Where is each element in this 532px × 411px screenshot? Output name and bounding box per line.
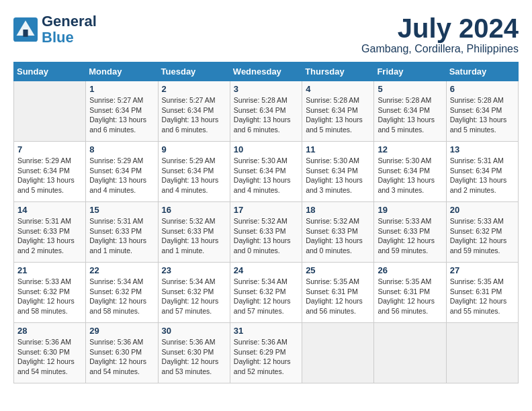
calendar-cell: 27Sunrise: 5:35 AM Sunset: 6:31 PM Dayli…	[446, 263, 518, 323]
weekday-header: Tuesday	[158, 62, 230, 81]
calendar-cell: 28Sunrise: 5:36 AM Sunset: 6:30 PM Dayli…	[14, 323, 86, 383]
calendar-week-row: 21Sunrise: 5:33 AM Sunset: 6:32 PM Dayli…	[14, 263, 519, 323]
day-info: Sunrise: 5:31 AM Sunset: 6:33 PM Dayligh…	[89, 216, 154, 256]
calendar-cell: 9Sunrise: 5:29 AM Sunset: 6:34 PM Daylig…	[158, 142, 230, 202]
calendar-cell: 1Sunrise: 5:27 AM Sunset: 6:34 PM Daylig…	[86, 81, 158, 142]
calendar-cell: 17Sunrise: 5:32 AM Sunset: 6:33 PM Dayli…	[230, 202, 302, 263]
calendar-cell: 19Sunrise: 5:33 AM Sunset: 6:33 PM Dayli…	[374, 202, 446, 263]
calendar-week-row: 28Sunrise: 5:36 AM Sunset: 6:30 PM Dayli…	[14, 323, 519, 383]
day-info: Sunrise: 5:31 AM Sunset: 6:34 PM Dayligh…	[450, 156, 515, 195]
day-info: Sunrise: 5:36 AM Sunset: 6:30 PM Dayligh…	[17, 337, 82, 377]
logo-icon	[13, 17, 38, 42]
day-number: 26	[378, 265, 442, 275]
day-info: Sunrise: 5:30 AM Sunset: 6:34 PM Dayligh…	[234, 156, 298, 195]
day-info: Sunrise: 5:33 AM Sunset: 6:32 PM Dayligh…	[17, 277, 82, 316]
weekday-header: Thursday	[302, 62, 374, 81]
calendar-cell: 8Sunrise: 5:29 AM Sunset: 6:34 PM Daylig…	[86, 142, 158, 202]
day-info: Sunrise: 5:32 AM Sunset: 6:33 PM Dayligh…	[234, 216, 298, 256]
day-info: Sunrise: 5:33 AM Sunset: 6:33 PM Dayligh…	[378, 216, 442, 256]
calendar-cell: 21Sunrise: 5:33 AM Sunset: 6:32 PM Dayli…	[14, 263, 86, 323]
day-number: 9	[162, 144, 226, 154]
weekday-header: Sunday	[14, 62, 86, 81]
calendar-table: SundayMondayTuesdayWednesdayThursdayFrid…	[13, 62, 519, 383]
day-info: Sunrise: 5:31 AM Sunset: 6:33 PM Dayligh…	[17, 216, 82, 256]
day-info: Sunrise: 5:28 AM Sunset: 6:34 PM Dayligh…	[378, 95, 442, 135]
day-info: Sunrise: 5:28 AM Sunset: 6:34 PM Dayligh…	[234, 95, 298, 135]
calendar-cell: 23Sunrise: 5:34 AM Sunset: 6:32 PM Dayli…	[158, 263, 230, 323]
day-info: Sunrise: 5:29 AM Sunset: 6:34 PM Dayligh…	[162, 156, 226, 195]
calendar-cell: 13Sunrise: 5:31 AM Sunset: 6:34 PM Dayli…	[446, 142, 518, 202]
weekday-header: Wednesday	[230, 62, 302, 81]
day-number: 27	[450, 265, 515, 275]
day-number: 24	[234, 265, 298, 275]
title-section: July 2024 Gambang, Cordillera, Philippin…	[361, 13, 519, 55]
day-number: 7	[17, 144, 82, 154]
calendar-cell	[14, 81, 86, 142]
day-number: 15	[89, 205, 154, 215]
weekday-header: Saturday	[446, 62, 518, 81]
calendar-cell: 20Sunrise: 5:33 AM Sunset: 6:32 PM Dayli…	[446, 202, 518, 263]
calendar-cell: 22Sunrise: 5:34 AM Sunset: 6:32 PM Dayli…	[86, 263, 158, 323]
calendar-cell: 24Sunrise: 5:34 AM Sunset: 6:32 PM Dayli…	[230, 263, 302, 323]
day-info: Sunrise: 5:29 AM Sunset: 6:34 PM Dayligh…	[17, 156, 82, 195]
calendar-cell: 25Sunrise: 5:35 AM Sunset: 6:31 PM Dayli…	[302, 263, 374, 323]
day-number: 6	[450, 84, 515, 94]
calendar-cell	[374, 323, 446, 383]
day-info: Sunrise: 5:33 AM Sunset: 6:32 PM Dayligh…	[450, 216, 515, 256]
day-number: 17	[234, 205, 298, 215]
day-number: 10	[234, 144, 298, 154]
day-info: Sunrise: 5:32 AM Sunset: 6:33 PM Dayligh…	[306, 216, 370, 256]
day-number: 18	[306, 205, 370, 215]
calendar-body: 1Sunrise: 5:27 AM Sunset: 6:34 PM Daylig…	[14, 81, 519, 383]
logo-text: General Blue	[42, 13, 97, 46]
calendar-week-row: 14Sunrise: 5:31 AM Sunset: 6:33 PM Dayli…	[14, 202, 519, 263]
day-number: 11	[306, 144, 370, 154]
calendar-cell	[446, 323, 518, 383]
day-info: Sunrise: 5:36 AM Sunset: 6:30 PM Dayligh…	[89, 337, 154, 377]
calendar-cell: 26Sunrise: 5:35 AM Sunset: 6:31 PM Dayli…	[374, 263, 446, 323]
svg-rect-2	[23, 30, 28, 37]
day-number: 31	[234, 326, 298, 336]
weekday-header: Monday	[86, 62, 158, 81]
calendar-cell: 5Sunrise: 5:28 AM Sunset: 6:34 PM Daylig…	[374, 81, 446, 142]
day-number: 14	[17, 205, 82, 215]
calendar-cell: 15Sunrise: 5:31 AM Sunset: 6:33 PM Dayli…	[86, 202, 158, 263]
calendar-cell: 7Sunrise: 5:29 AM Sunset: 6:34 PM Daylig…	[14, 142, 86, 202]
calendar-cell: 14Sunrise: 5:31 AM Sunset: 6:33 PM Dayli…	[14, 202, 86, 263]
calendar-cell: 10Sunrise: 5:30 AM Sunset: 6:34 PM Dayli…	[230, 142, 302, 202]
day-info: Sunrise: 5:28 AM Sunset: 6:34 PM Dayligh…	[450, 95, 515, 135]
day-number: 29	[89, 326, 154, 336]
calendar-cell: 3Sunrise: 5:28 AM Sunset: 6:34 PM Daylig…	[230, 81, 302, 142]
day-info: Sunrise: 5:30 AM Sunset: 6:34 PM Dayligh…	[378, 156, 442, 195]
day-number: 20	[450, 205, 515, 215]
day-number: 19	[378, 205, 442, 215]
calendar-cell: 31Sunrise: 5:36 AM Sunset: 6:29 PM Dayli…	[230, 323, 302, 383]
day-info: Sunrise: 5:34 AM Sunset: 6:32 PM Dayligh…	[234, 277, 298, 316]
day-info: Sunrise: 5:35 AM Sunset: 6:31 PM Dayligh…	[378, 277, 442, 316]
day-number: 23	[162, 265, 226, 275]
day-info: Sunrise: 5:36 AM Sunset: 6:29 PM Dayligh…	[234, 337, 298, 377]
calendar-cell: 29Sunrise: 5:36 AM Sunset: 6:30 PM Dayli…	[86, 323, 158, 383]
calendar-cell: 4Sunrise: 5:28 AM Sunset: 6:34 PM Daylig…	[302, 81, 374, 142]
calendar-cell: 11Sunrise: 5:30 AM Sunset: 6:34 PM Dayli…	[302, 142, 374, 202]
day-number: 28	[17, 326, 82, 336]
day-info: Sunrise: 5:35 AM Sunset: 6:31 PM Dayligh…	[450, 277, 515, 316]
month-title: July 2024	[361, 13, 519, 43]
calendar-cell: 18Sunrise: 5:32 AM Sunset: 6:33 PM Dayli…	[302, 202, 374, 263]
day-number: 3	[234, 84, 298, 94]
day-info: Sunrise: 5:35 AM Sunset: 6:31 PM Dayligh…	[306, 277, 370, 316]
calendar-cell: 30Sunrise: 5:36 AM Sunset: 6:30 PM Dayli…	[158, 323, 230, 383]
calendar-cell: 16Sunrise: 5:32 AM Sunset: 6:33 PM Dayli…	[158, 202, 230, 263]
day-info: Sunrise: 5:36 AM Sunset: 6:30 PM Dayligh…	[162, 337, 226, 377]
logo: General Blue	[13, 13, 97, 46]
day-number: 13	[450, 144, 515, 154]
day-number: 12	[378, 144, 442, 154]
location-title: Gambang, Cordillera, Philippines	[361, 43, 519, 55]
day-info: Sunrise: 5:34 AM Sunset: 6:32 PM Dayligh…	[89, 277, 154, 316]
day-number: 16	[162, 205, 226, 215]
calendar-cell: 6Sunrise: 5:28 AM Sunset: 6:34 PM Daylig…	[446, 81, 518, 142]
calendar-cell	[302, 323, 374, 383]
day-number: 21	[17, 265, 82, 275]
calendar-cell: 12Sunrise: 5:30 AM Sunset: 6:34 PM Dayli…	[374, 142, 446, 202]
day-number: 30	[162, 326, 226, 336]
